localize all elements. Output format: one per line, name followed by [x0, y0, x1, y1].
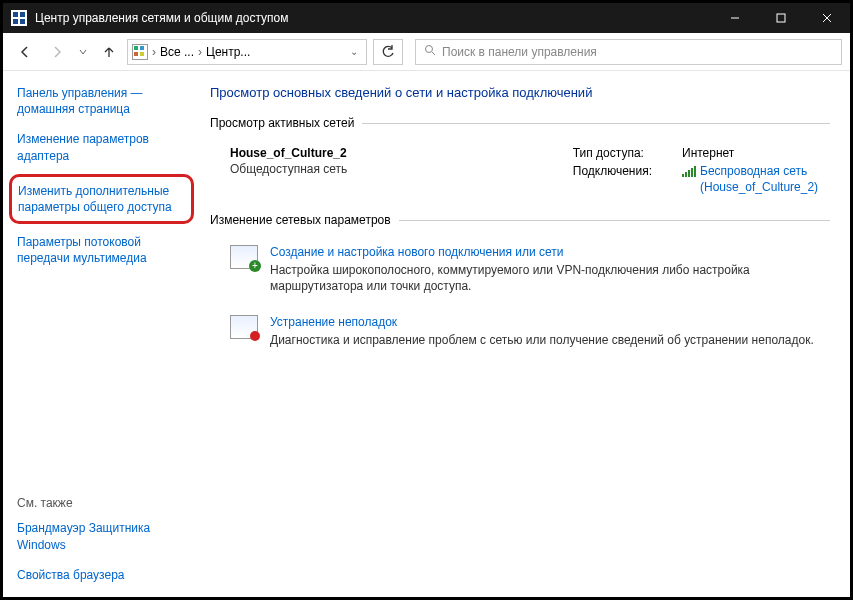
sidebar-home-link[interactable]: Панель управления — домашняя страница — [17, 85, 188, 117]
active-network-row: House_of_Culture_2 Общедоступная сеть Ти… — [210, 140, 830, 213]
sidebar-browser-props-link[interactable]: Свойства браузера — [17, 567, 188, 583]
chevron-right-icon: › — [198, 45, 202, 59]
see-also-heading: См. также — [17, 496, 188, 510]
sidebar-advanced-sharing-link[interactable]: Изменить дополнительные параметры общего… — [18, 183, 185, 215]
network-name: House_of_Culture_2 — [230, 146, 573, 160]
sidebar-firewall-link[interactable]: Брандмауэр Защитника Windows — [17, 520, 188, 552]
highlighted-box: Изменить дополнительные параметры общего… — [9, 174, 194, 224]
divider — [362, 123, 830, 124]
network-details: Тип доступа: Интернет Подключения: Беспр… — [573, 146, 830, 195]
forward-button[interactable] — [43, 38, 71, 66]
wifi-signal-icon — [682, 166, 696, 177]
search-icon — [424, 44, 436, 59]
task-troubleshoot: Устранение неполадок Диагностика и испра… — [210, 307, 830, 360]
setup-connection-link[interactable]: Создание и настройка нового подключения … — [270, 245, 830, 259]
recent-dropdown[interactable] — [75, 38, 91, 66]
access-type-label: Тип доступа: — [573, 146, 652, 160]
search-input[interactable]: Поиск в панели управления — [415, 39, 842, 65]
network-info: House_of_Culture_2 Общедоступная сеть — [230, 146, 573, 195]
page-heading: Просмотр основных сведений о сети и наст… — [210, 85, 830, 100]
up-button[interactable] — [95, 38, 123, 66]
svg-point-4 — [426, 46, 433, 53]
body: Панель управления — домашняя страница Из… — [3, 71, 850, 597]
active-networks-section: Просмотр активных сетей — [210, 116, 830, 130]
window-controls — [712, 3, 850, 33]
troubleshoot-icon — [230, 315, 258, 339]
sidebar-media-streaming-link[interactable]: Параметры потоковой передачи мультимедиа — [17, 234, 188, 266]
sidebar: Панель управления — домашняя страница Из… — [3, 71, 198, 597]
refresh-button[interactable] — [373, 39, 403, 65]
svg-rect-1 — [777, 14, 785, 22]
app-icon — [11, 10, 27, 26]
sidebar-adapter-link[interactable]: Изменение параметров адаптера — [17, 131, 188, 163]
address-dropdown[interactable]: ⌄ — [346, 46, 362, 57]
connections-label: Подключения: — [573, 164, 652, 178]
breadcrumb-all[interactable]: Все ... — [160, 45, 194, 59]
troubleshoot-link[interactable]: Устранение неполадок — [270, 315, 830, 329]
control-panel-icon — [132, 44, 148, 60]
breadcrumb-center[interactable]: Центр... — [206, 45, 250, 59]
divider — [399, 220, 830, 221]
back-button[interactable] — [11, 38, 39, 66]
connection-link-text: Беспроводная сеть (House_of_Culture_2) — [700, 164, 830, 195]
connection-link[interactable]: Беспроводная сеть (House_of_Culture_2) — [682, 164, 830, 195]
access-type-value: Интернет — [682, 146, 830, 160]
close-button[interactable] — [804, 3, 850, 33]
maximize-button[interactable] — [758, 3, 804, 33]
minimize-button[interactable] — [712, 3, 758, 33]
active-networks-label: Просмотр активных сетей — [210, 116, 354, 130]
search-placeholder: Поиск в панели управления — [442, 45, 597, 59]
chevron-right-icon: › — [152, 45, 156, 59]
window-title: Центр управления сетями и общим доступом — [35, 11, 712, 25]
svg-line-5 — [432, 52, 435, 55]
address-bar[interactable]: › Все ... › Центр... ⌄ — [127, 39, 367, 65]
window: Центр управления сетями и общим доступом — [0, 0, 853, 600]
troubleshoot-desc: Диагностика и исправление проблем с сеть… — [270, 332, 830, 348]
task-setup-connection: Создание и настройка нового подключения … — [210, 237, 830, 306]
change-settings-label: Изменение сетевых параметров — [210, 213, 391, 227]
setup-connection-icon — [230, 245, 258, 269]
titlebar: Центр управления сетями и общим доступом — [3, 3, 850, 33]
change-settings-section: Изменение сетевых параметров — [210, 213, 830, 227]
setup-connection-desc: Настройка широкополосного, коммутируемог… — [270, 262, 830, 294]
content: Просмотр основных сведений о сети и наст… — [198, 71, 850, 597]
network-type: Общедоступная сеть — [230, 162, 573, 176]
nav-bar: › Все ... › Центр... ⌄ Поиск в панели уп… — [3, 33, 850, 71]
